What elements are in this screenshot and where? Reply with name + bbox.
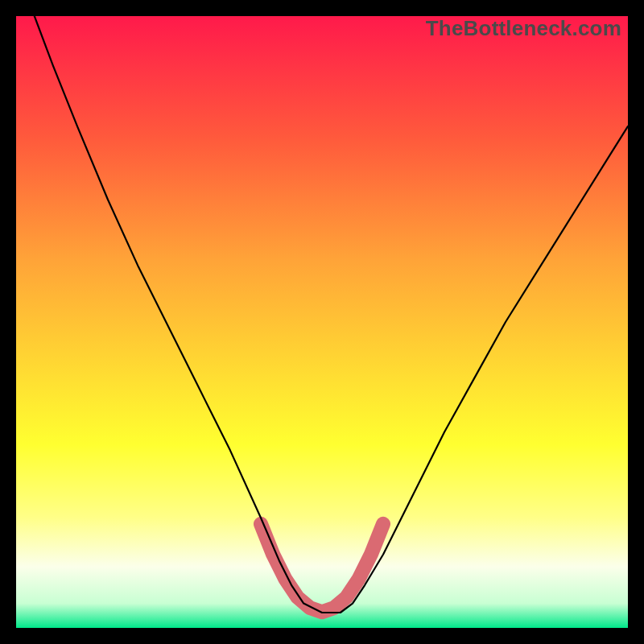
chart-frame: TheBottleneck.com: [16, 16, 628, 628]
watermark-text: TheBottleneck.com: [426, 16, 621, 41]
gradient-background: [16, 16, 628, 628]
chart-canvas: [16, 16, 628, 628]
